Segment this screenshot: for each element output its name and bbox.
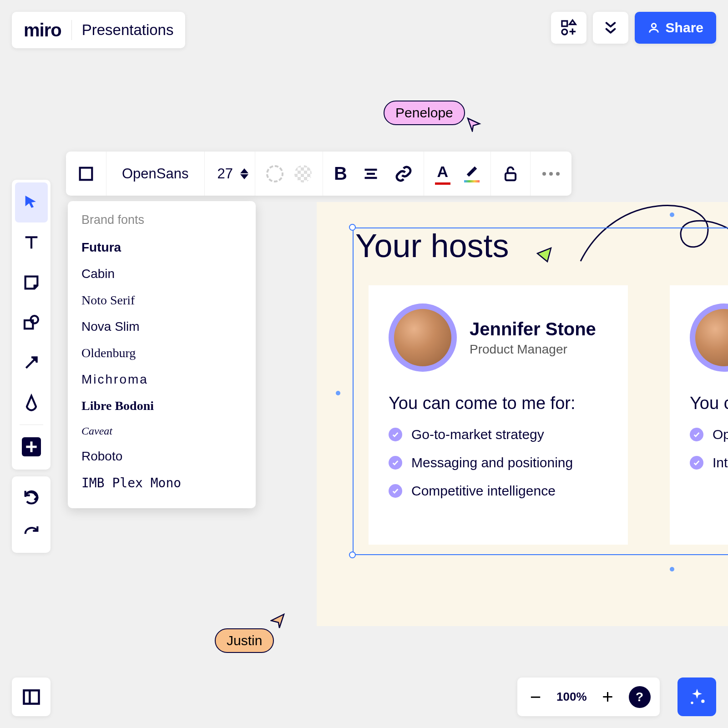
header-right: Share xyxy=(551,12,716,44)
zoom-in-button[interactable]: + xyxy=(599,688,617,706)
font-item-futura[interactable]: Futura xyxy=(68,234,256,261)
left-toolbar xyxy=(12,180,51,470)
link-button[interactable] xyxy=(394,165,413,183)
font-family-selector[interactable]: OpenSans xyxy=(106,152,205,196)
svg-point-20 xyxy=(556,172,560,176)
svg-point-5 xyxy=(652,24,656,28)
lock-button[interactable] xyxy=(491,152,531,196)
text-format-controls: B xyxy=(323,152,424,196)
text-tool[interactable] xyxy=(15,222,48,263)
text-color-button[interactable]: A xyxy=(435,163,450,185)
font-size-selector[interactable]: 27 xyxy=(205,152,255,196)
undo-redo-panel xyxy=(12,476,51,553)
svg-rect-17 xyxy=(506,173,516,180)
frames-panel-button[interactable] xyxy=(12,677,51,716)
font-section-label: Brand fonts xyxy=(68,213,256,234)
style-controls: A xyxy=(424,152,491,196)
zoom-bar: − 100% + ? xyxy=(517,677,660,716)
header-left: miro Presentations xyxy=(12,12,185,48)
highlight-button[interactable] xyxy=(464,165,480,182)
redo-button[interactable] xyxy=(15,515,48,550)
zoom-percent[interactable]: 100% xyxy=(556,690,587,704)
shape-tool[interactable] xyxy=(15,303,48,343)
svg-point-19 xyxy=(549,172,553,176)
frame-type-button[interactable] xyxy=(66,152,106,196)
more-options-button[interactable] xyxy=(531,152,571,196)
selection-midpoint[interactable] xyxy=(670,212,674,217)
selection-midpoint[interactable] xyxy=(670,567,674,571)
border-color-button[interactable] xyxy=(266,165,283,182)
divider xyxy=(71,20,72,40)
collaborator-cursor-penelope: Penelope xyxy=(384,101,465,125)
align-button[interactable] xyxy=(363,166,379,182)
undo-button[interactable] xyxy=(15,479,48,515)
svg-point-2 xyxy=(562,29,567,35)
help-button[interactable]: ? xyxy=(629,686,651,708)
pen-tool[interactable] xyxy=(15,383,48,423)
svg-point-26 xyxy=(701,699,704,703)
share-button[interactable]: Share xyxy=(635,12,716,44)
color-controls xyxy=(255,152,323,196)
selection-box[interactable] xyxy=(353,228,728,555)
font-item-caveat[interactable]: Caveat xyxy=(68,419,256,443)
svg-point-27 xyxy=(691,702,693,704)
font-item-libre-bodoni[interactable]: Libre Bodoni xyxy=(68,393,256,419)
cursor-arrow-icon xyxy=(270,613,286,629)
font-item-roboto[interactable]: Roboto xyxy=(68,443,256,470)
present-collapse-button[interactable] xyxy=(593,12,628,44)
selection-handle[interactable] xyxy=(349,551,356,558)
svg-rect-24 xyxy=(24,690,39,703)
board-name[interactable]: Presentations xyxy=(82,21,174,39)
svg-marker-1 xyxy=(569,20,575,24)
more-tools[interactable] xyxy=(15,427,48,467)
svg-rect-13 xyxy=(80,167,92,180)
font-item-michroma[interactable]: Michroma xyxy=(68,366,256,393)
selection-midpoint[interactable] xyxy=(336,391,340,395)
toolbar-separator xyxy=(20,425,43,425)
fill-color-button[interactable] xyxy=(294,165,312,182)
font-item-nova-slim[interactable]: Nova Slim xyxy=(68,313,256,340)
bold-button[interactable]: B xyxy=(334,163,347,184)
svg-marker-23 xyxy=(271,614,284,628)
font-item-ibm-plex-mono[interactable]: IMB Plex Mono xyxy=(68,470,256,496)
cursor-arrow-icon xyxy=(467,117,481,132)
arrow-tool[interactable] xyxy=(15,343,48,383)
selection-handle[interactable] xyxy=(349,224,356,231)
svg-rect-0 xyxy=(562,21,567,26)
font-item-oldenburg[interactable]: Oldenburg xyxy=(68,340,256,366)
svg-point-18 xyxy=(542,172,546,176)
share-label: Share xyxy=(666,20,703,35)
font-size-stepper[interactable] xyxy=(240,168,248,179)
font-item-cabin[interactable]: Cabin xyxy=(68,261,256,287)
svg-marker-22 xyxy=(468,118,480,131)
zoom-out-button[interactable]: − xyxy=(526,688,545,706)
context-toolbar: OpenSans 27 B A xyxy=(66,152,571,196)
apps-button[interactable] xyxy=(551,12,586,44)
font-dropdown: Brand fonts Futura Cabin Noto Serif Nova… xyxy=(68,201,256,508)
select-tool[interactable] xyxy=(15,182,48,222)
ai-assist-button[interactable] xyxy=(677,677,716,716)
collaborator-cursor-justin: Justin xyxy=(215,628,274,653)
logo[interactable]: miro xyxy=(24,20,61,40)
sticky-tool[interactable] xyxy=(15,263,48,303)
font-item-noto-serif[interactable]: Noto Serif xyxy=(68,287,256,313)
